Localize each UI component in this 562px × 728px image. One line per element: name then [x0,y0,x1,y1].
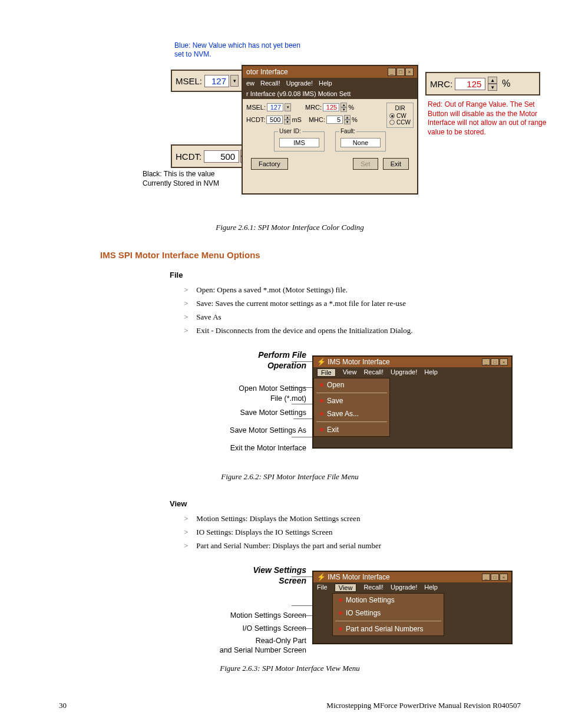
msel-label: MSEL: [176,76,202,86]
percent-label: % [348,104,354,111]
menu-item-exit[interactable]: Exit [314,423,389,436]
minimize-icon[interactable]: _ [482,574,490,581]
menu-help[interactable]: Help [424,368,438,377]
list-item: >Motion Settings: Displays the Motion Se… [184,514,521,523]
bullet-icon [320,412,323,416]
sub-heading-view: View [170,499,521,508]
figure-view-menu: View SettingsScreen Motion Settings Scre… [59,565,521,659]
menu-bar: File View Recall! Upgrade! Help [313,582,511,593]
window-subtitle: r Interface (v9.0.08 IMS) Motion Sett [243,88,417,99]
callout-label: Open Motor SettingsFile (*.mot) [180,384,306,403]
menu-recall[interactable]: Recall! [363,368,384,377]
percent-label: % [502,78,510,89]
callout-label: Exit the Motor Interface [180,443,306,453]
bullet-icon [339,598,342,602]
menu-upgrade[interactable]: Upgrade! [391,584,417,592]
spinner-icon[interactable]: ▲▼ [284,115,290,124]
menu-upgrade[interactable]: Upgrade! [391,368,417,377]
minimize-icon[interactable]: _ [482,358,490,365]
maximize-icon[interactable]: □ [491,358,499,365]
mrc-callout-window: MRC: 125 ▲▼ % [425,72,540,95]
menu-item[interactable]: Help [319,80,332,87]
menu-item-psn[interactable]: Part and Serial Numbers [333,622,444,635]
fault-value: None [340,138,381,147]
file-menu-window: ⚡ IMS Motor Interface _ □ × File View Re… [312,355,513,449]
dropdown-icon[interactable]: ▾ [285,103,291,111]
exit-button[interactable]: Exit [383,158,409,170]
bullet-icon [320,428,323,431]
close-icon[interactable]: × [405,68,414,76]
callout-label: Read-Only Partand Serial Number Screen [156,636,306,655]
close-icon[interactable]: × [500,574,508,581]
fault-label: Fault: [339,128,356,134]
figure-color-coding: Blue: New Value which has not yet been s… [59,41,521,218]
factory-button[interactable]: Factory [251,158,288,170]
note-blue-value: Blue: New Value which has not yet been s… [174,41,304,59]
section-heading: IMS SPI Motor Interface Menu Options [100,250,521,260]
menu-item-open[interactable]: Open [314,378,389,391]
menu-view[interactable]: View [335,584,357,592]
mrc-input[interactable]: 125 [323,103,339,111]
window-title: ⚡ IMS Motor Interface [317,573,390,581]
mrc-label: MRC: [430,79,452,89]
callout-label: Motion Settings Screen [156,611,306,620]
msel-value[interactable]: 127 [204,75,229,87]
figure-file-menu: Perform FileOperation Open Motor Setting… [59,350,521,467]
fault-group: Fault: None [335,131,386,151]
list-item: >Part and Serial Number: Displays the pa… [184,541,521,551]
list-item: >Exit - Disconnects from the device and … [184,326,521,335]
spinner-icon[interactable]: ▲▼ [340,103,347,112]
menu-item-io[interactable]: IO Settings [333,607,444,620]
motor-interface-window: otor Interface _ □ × ew Recall! Upgrade!… [242,65,418,195]
msel-input[interactable]: 127 [267,103,283,111]
menu-item-motion[interactable]: Motion Settings [333,594,444,607]
menu-recall[interactable]: Recall! [363,584,384,592]
set-button[interactable]: Set [353,158,378,170]
view-dropdown: Motion Settings IO Settings Part and Ser… [332,593,444,636]
radio-cw[interactable] [389,113,395,118]
page-footer: 30 Microstepping MForce PowerDrive Manua… [59,701,521,710]
menu-file[interactable]: File [317,368,336,377]
maximize-icon[interactable]: □ [491,574,499,581]
menu-file[interactable]: File [317,584,328,592]
userid-value: IMS [279,138,319,147]
direction-group: DIR CW CCW [386,103,414,128]
dropdown-icon[interactable]: ▾ [230,75,239,87]
menu-item-save[interactable]: Save [314,394,389,407]
spinner-icon[interactable]: ▲▼ [344,115,351,124]
window-title: ⚡ IMS Motor Interface [317,358,390,366]
note-red-value: Red: Out of Range Value. The Set Button … [428,100,554,137]
menu-item[interactable]: Recall! [260,80,280,87]
page-number: 30 [59,701,67,710]
file-menu-list: >Open: Opens a saved *.mot (Motor Settin… [184,285,521,335]
view-menu-list: >Motion Settings: Displays the Motion Se… [184,514,521,551]
hcdt-input[interactable]: 500 [266,116,283,124]
callout-heading: View SettingsScreen [156,565,306,586]
minimize-icon[interactable]: _ [388,68,396,76]
mhc-input[interactable]: 5 [326,116,343,124]
hcdt-label: HCDT: [246,116,265,123]
msel-label: MSEL: [246,104,266,111]
document-title: Microstepping MForce PowerDrive Manual R… [326,701,521,710]
direction-label: DIR [389,105,411,111]
figure-caption: Figure 2.6.3: SPI Motor Interface View M… [59,664,521,673]
bullet-icon [320,399,323,403]
maximize-icon[interactable]: □ [396,68,405,76]
hcdt-value[interactable]: 500 [204,150,239,163]
list-item: >Save: Saves the current motor settings … [184,299,521,308]
close-icon[interactable]: × [500,358,508,365]
menu-item-saveas[interactable]: Save As... [314,407,389,420]
spinner-icon[interactable]: ▲▼ [488,77,497,91]
percent-label: % [352,116,358,123]
callout-label: Save Motor Settings As [180,426,306,435]
menu-view[interactable]: View [343,368,357,377]
bullet-icon [339,611,342,615]
note-black-value: Black: This is the value Currently Store… [143,170,237,188]
menu-item[interactable]: ew [246,80,254,87]
bullet-icon [320,383,323,387]
mrc-value[interactable]: 125 [455,78,485,90]
figure-caption: Figure 2.6.1: SPI Motor Interface Color … [59,223,521,232]
radio-ccw[interactable] [389,120,395,125]
menu-help[interactable]: Help [424,584,438,592]
menu-item[interactable]: Upgrade! [286,80,313,87]
